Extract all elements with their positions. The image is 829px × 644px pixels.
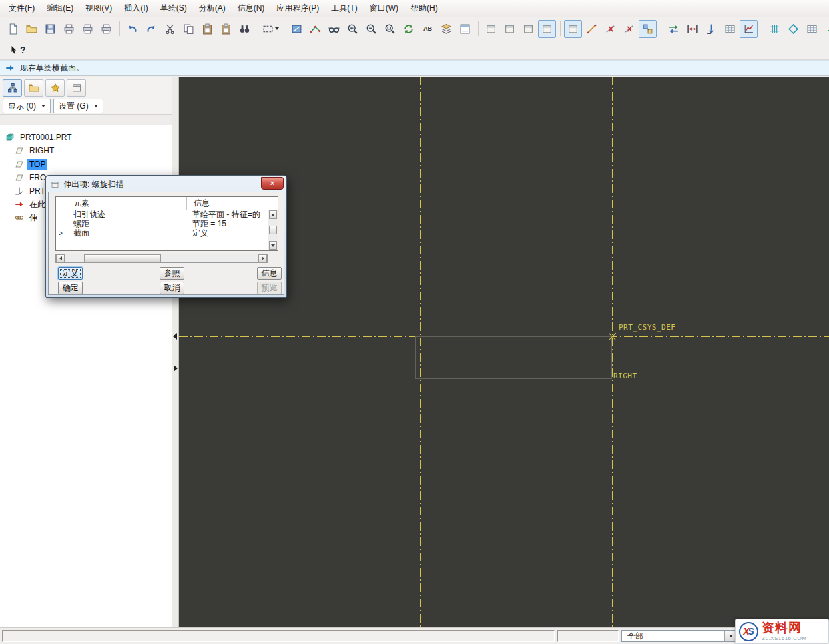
menu-analysis[interactable]: 分析(A)	[193, 0, 232, 17]
history-tab-icon	[71, 83, 82, 93]
sketch-rectangle[interactable]	[415, 336, 612, 379]
menu-view[interactable]: 视图(V)	[79, 0, 118, 17]
datum-curve-icon[interactable]	[306, 20, 324, 38]
modify-tool-icon[interactable]	[639, 20, 657, 38]
graphics-area[interactable]: PRT_CSYS_DEF RIGHT	[179, 77, 829, 627]
save-icon[interactable]	[41, 20, 59, 38]
spectacles-icon[interactable]	[325, 20, 343, 38]
copy-icon[interactable]	[180, 20, 198, 38]
scroll-right-icon[interactable]	[258, 254, 267, 262]
menu-insert[interactable]: 插入(I)	[118, 0, 154, 17]
line-tool-icon[interactable]	[583, 20, 601, 38]
element-row[interactable]: >截面定义	[56, 228, 268, 238]
collapse-left-icon[interactable]	[173, 333, 177, 340]
vertex-display-icon[interactable]	[784, 20, 802, 38]
print-icon[interactable]	[60, 20, 78, 38]
layers-icon[interactable]	[437, 20, 455, 38]
create-dimension-icon[interactable]	[702, 20, 720, 38]
vscroll-thumb[interactable]	[269, 226, 277, 234]
selection-filter-icon[interactable]	[262, 20, 280, 38]
text-style-icon[interactable]: AB	[419, 20, 437, 38]
sketch-done-icon[interactable]	[822, 20, 829, 38]
sketch-grid-icon[interactable]	[766, 20, 784, 38]
collapse-right-icon[interactable]	[174, 365, 178, 372]
plane-icon	[15, 173, 24, 182]
fit-width-icon[interactable]	[683, 20, 702, 38]
status-bar: 全部	[0, 627, 829, 644]
sketch-orient-icon[interactable]	[288, 20, 306, 38]
print-preview-icon[interactable]	[79, 20, 97, 38]
sketcher-graph-icon[interactable]	[740, 20, 758, 38]
repaint-icon[interactable]	[400, 20, 418, 38]
datum-axis-display-icon[interactable]	[501, 20, 519, 38]
origin-cross-icon	[607, 332, 617, 342]
folder-browser-tab[interactable]	[24, 79, 43, 97]
centerline-vertical-right[interactable]	[612, 77, 613, 627]
history-tab[interactable]	[67, 79, 86, 97]
new-file-glyph	[7, 23, 19, 35]
view-manager-icon[interactable]	[456, 20, 474, 38]
settings-dropdown[interactable]: 设置 (G)	[53, 99, 103, 113]
model-tree-tab-icon	[7, 83, 18, 93]
show-dropdown[interactable]: 显示 (0)	[3, 99, 51, 113]
watermark-url: ZL.XS1616.COM	[762, 636, 806, 641]
selection-filter-glyph	[262, 23, 274, 35]
swap-section-icon[interactable]	[665, 20, 683, 38]
datum-point-display-icon[interactable]	[519, 20, 537, 38]
datum-plane-display-icon[interactable]	[482, 20, 500, 38]
toolbar-separator	[560, 21, 561, 36]
horizontal-scrollbar[interactable]	[55, 254, 268, 263]
tree-item-right[interactable]: RIGHT	[0, 144, 172, 157]
menu-applications[interactable]: 应用程序(P)	[270, 0, 325, 17]
model-tree-tab[interactable]	[3, 79, 22, 97]
menu-help[interactable]: 帮助(H)	[404, 0, 444, 17]
open-icon[interactable]	[23, 20, 41, 38]
toolbar-separator	[258, 21, 258, 36]
panel-splitter[interactable]	[172, 77, 179, 627]
scroll-left-icon[interactable]	[56, 254, 65, 262]
menu-window[interactable]: 窗口(W)	[364, 0, 404, 17]
filter-dropdown-button[interactable]	[724, 631, 736, 641]
filter-combobox[interactable]: 全部	[621, 630, 736, 642]
delete-segment-icon[interactable]	[601, 20, 619, 38]
refs-button[interactable]: 参照	[160, 267, 184, 280]
corner-trim-icon[interactable]	[620, 20, 638, 38]
scroll-up-icon[interactable]	[269, 210, 277, 219]
paste-icon[interactable]	[198, 20, 216, 38]
toggle-section-icon[interactable]	[564, 20, 582, 38]
constraint-display-icon[interactable]	[803, 20, 821, 38]
menu-tools[interactable]: 工具(T)	[325, 0, 363, 17]
tree-item-top[interactable]: TOP	[0, 157, 172, 171]
paste-glyph	[202, 23, 213, 35]
context-help-button[interactable]: ?	[5, 39, 30, 60]
menu-file[interactable]: 文件(F)	[3, 0, 41, 17]
ok-button[interactable]: 确定	[58, 282, 83, 294]
info-button[interactable]: 信息	[257, 267, 282, 280]
favorites-tab[interactable]	[45, 79, 65, 97]
redo-icon[interactable]	[142, 20, 160, 38]
csys-display-icon[interactable]	[538, 20, 556, 38]
define-button[interactable]: 定义	[58, 267, 83, 280]
scroll-down-icon[interactable]	[269, 241, 277, 250]
new-file-icon[interactable]	[4, 20, 22, 38]
find-icon[interactable]	[236, 20, 254, 38]
zoom-out-icon[interactable]	[362, 20, 380, 38]
cut-icon[interactable]	[161, 20, 179, 38]
sketcher-table-icon[interactable]	[721, 20, 739, 38]
dialog-titlebar[interactable]: 伸出项: 螺旋扫描 ×	[48, 177, 284, 192]
menu-info[interactable]: 信息(N)	[232, 0, 271, 17]
vertical-scrollbar[interactable]	[268, 210, 278, 250]
menu-edit[interactable]: 编辑(E)	[41, 0, 79, 17]
zoom-fit-icon[interactable]	[381, 20, 399, 38]
close-button[interactable]: ×	[261, 177, 284, 190]
erase-display-icon[interactable]	[97, 20, 115, 38]
undo-icon[interactable]	[123, 20, 142, 38]
zoom-in-glyph	[347, 23, 358, 35]
hscroll-thumb[interactable]	[84, 254, 161, 262]
cancel-button[interactable]: 取消	[160, 282, 184, 294]
zoom-in-icon[interactable]	[344, 20, 362, 38]
erase-display-glyph	[101, 23, 112, 35]
paste-special-icon[interactable]	[217, 20, 235, 38]
tree-item-part[interactable]: PRT0001.PRT	[0, 131, 172, 144]
menu-sketch[interactable]: 草绘(S)	[154, 0, 193, 17]
